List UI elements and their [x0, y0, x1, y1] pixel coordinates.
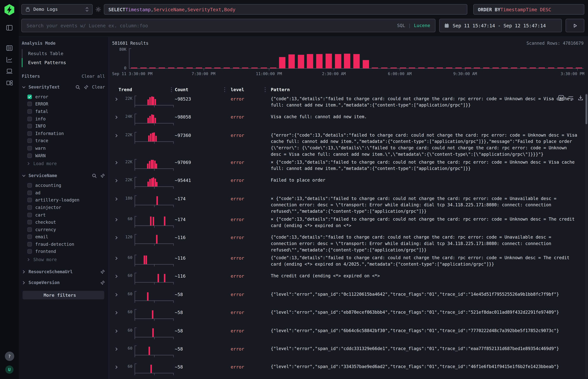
pattern-cell[interactable]: {"code":13,"details":"failed to charge c… [268, 253, 580, 268]
source-select[interactable]: Demo Logs [21, 4, 93, 15]
filter-group-header[interactable]: SeverityTextClear [22, 84, 105, 90]
filter-option[interactable]: artillery-loadgen [22, 196, 105, 204]
mode-sql[interactable]: SQL [397, 23, 405, 28]
pattern-cell[interactable]: {"code":13,"details":"failed to charge c… [268, 94, 580, 109]
select-clause-input[interactable]: SELECT Timestamp, ServiceName, SeverityT… [104, 4, 467, 15]
table-row[interactable]: 60~58error{"level":"error","span_id":"0c… [112, 290, 580, 308]
filter-group-header[interactable]: ServiceName [22, 173, 105, 178]
pattern-cell[interactable]: Visa cache full: cannot add new item. [268, 112, 580, 120]
pin-icon[interactable] [100, 280, 105, 285]
column-header-trend[interactable]: Trend [118, 87, 132, 92]
column-drag-handle-icon[interactable] [224, 87, 225, 92]
checkbox[interactable] [27, 153, 32, 158]
scrollbar[interactable] [585, 93, 588, 378]
row-expand-button[interactable] [112, 271, 121, 279]
row-expand-button[interactable] [112, 176, 121, 183]
filter-option[interactable]: checkout [22, 219, 105, 226]
filter-group-header[interactable]: ResourceSchemaUrl [22, 269, 105, 274]
dashboards-icon[interactable] [6, 79, 13, 87]
chart-explorer-icon[interactable] [6, 56, 13, 63]
table-row[interactable]: 22K~97360error{"error":{"code":13,"detai… [112, 130, 580, 158]
filter-option[interactable]: fatal [22, 108, 105, 115]
checkbox[interactable] [27, 183, 32, 188]
help-button[interactable]: ? [5, 351, 14, 361]
pattern-cell[interactable]: {"error":{"code":13,"details":"failed to… [268, 130, 580, 158]
table-row[interactable]: 180~174error× {"code":13,"details":"fail… [112, 194, 580, 215]
table-row[interactable]: 24K~98058errorVisa cache full: cannot ad… [112, 112, 580, 130]
table-row[interactable]: 60~116errorThe credit card (ending <*> e… [112, 271, 580, 290]
row-expand-button[interactable] [112, 290, 121, 297]
filter-option[interactable]: Information [22, 130, 105, 137]
row-expand-button[interactable] [112, 112, 121, 120]
pattern-cell[interactable]: × {"code":13,"details":"failed to charge… [268, 158, 580, 172]
checkbox[interactable] [27, 117, 32, 121]
pin-icon[interactable] [100, 269, 105, 274]
load-more-button[interactable]: Show more [22, 256, 105, 263]
checkbox[interactable] [27, 220, 32, 224]
mode-lucene[interactable]: Lucene [414, 23, 430, 28]
row-expand-button[interactable] [112, 308, 121, 315]
row-expand-button[interactable] [112, 253, 121, 260]
sessions-icon[interactable] [6, 67, 13, 75]
checkbox[interactable] [27, 124, 32, 128]
row-expand-button[interactable] [112, 215, 121, 222]
table-row[interactable]: 22K~98523error{"code":13,"details":"fail… [112, 94, 580, 112]
pattern-cell[interactable]: {"code":13,"details":"failed to charge c… [268, 233, 580, 253]
filter-option[interactable]: email [22, 233, 105, 240]
filter-option[interactable]: frontend [22, 248, 105, 255]
filter-option[interactable]: accounting [22, 182, 105, 189]
pattern-cell[interactable]: The credit card (ending <*> expired on <… [268, 271, 580, 279]
checkbox[interactable] [27, 139, 32, 143]
pattern-cell[interactable]: {"level":"error","span_id":"334357bae9ed… [268, 362, 580, 370]
filter-option[interactable]: info [22, 115, 105, 123]
column-drag-handle-icon[interactable] [265, 87, 265, 92]
checkbox[interactable] [27, 95, 32, 99]
filter-option[interactable]: fraud-detection [22, 240, 105, 248]
search-icon[interactable] [92, 173, 97, 178]
pattern-cell[interactable]: {"level":"error","span_id":"cddc331329e6… [268, 344, 580, 352]
search-logs-icon[interactable] [6, 44, 13, 52]
pattern-cell[interactable]: Failed to place order [268, 176, 580, 184]
row-expand-button[interactable] [112, 94, 121, 101]
filter-group-header[interactable]: ScopeVersion [22, 280, 105, 285]
pin-icon[interactable] [84, 85, 89, 89]
search-icon[interactable] [76, 85, 80, 89]
checkbox[interactable] [27, 227, 32, 232]
table-row[interactable]: 120~116error{"code":13,"details":"failed… [112, 233, 580, 253]
pattern-cell[interactable]: {"level":"error","span_id":"eb870ecef063… [268, 308, 580, 316]
load-more-button[interactable]: Load more [22, 160, 105, 167]
row-expand-button[interactable] [112, 194, 121, 201]
sidebar-toggle-icon[interactable] [6, 24, 13, 32]
row-expand-button[interactable] [112, 233, 121, 240]
checkbox[interactable] [27, 205, 32, 210]
filter-option[interactable]: cart [22, 211, 105, 219]
pattern-cell[interactable]: × {"code":13,"details":"failed to charge… [268, 194, 580, 215]
filter-option[interactable]: WARN [22, 152, 105, 159]
row-expand-button[interactable] [112, 362, 121, 369]
checkbox[interactable] [27, 198, 32, 202]
column-header-pattern[interactable]: Pattern [271, 87, 290, 92]
analysis-mode-option[interactable]: Results Table [22, 49, 105, 58]
table-row[interactable]: 60~174error× {"code":13,"details":"faile… [112, 215, 580, 233]
run-query-button[interactable] [566, 19, 584, 32]
search-input[interactable] [22, 23, 397, 28]
checkbox[interactable] [27, 213, 32, 217]
filter-option[interactable]: error [22, 93, 105, 100]
time-range-picker[interactable]: Sep 11 15:47:14 - Sep 12 15:47:14 [439, 19, 562, 32]
row-expand-button[interactable] [112, 158, 121, 165]
filter-option[interactable]: ad [22, 189, 105, 196]
checkbox[interactable] [27, 102, 32, 106]
order-by-input[interactable]: ORDER BY TimestampTime DESC [473, 4, 584, 15]
row-expand-button[interactable] [112, 130, 121, 138]
analysis-mode-option[interactable]: Event Patterns [22, 58, 105, 67]
filter-option[interactable]: ERROR [22, 100, 105, 108]
table-row[interactable]: 60~116error{"code":13,"details":"failed … [112, 253, 580, 271]
filter-option[interactable]: currency [22, 226, 105, 233]
row-expand-button[interactable] [112, 344, 121, 351]
table-row[interactable]: 60~58error{"level":"error","span_id":"6b… [112, 326, 580, 344]
checkbox[interactable] [27, 190, 32, 195]
avatar[interactable]: U [5, 365, 14, 374]
column-header-count[interactable]: Count [175, 87, 188, 92]
pattern-cell[interactable]: {"level":"error","span_id":"0c11220615ba… [268, 290, 580, 298]
table-row[interactable]: 22K~95441errorFailed to place order [112, 176, 580, 194]
